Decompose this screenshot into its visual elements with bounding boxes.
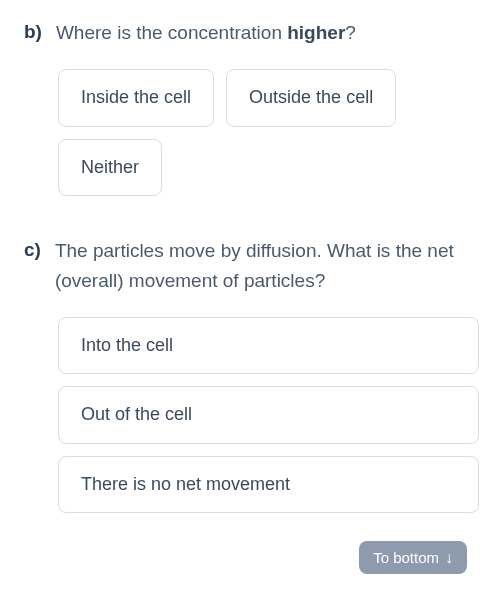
to-bottom-button[interactable]: To bottom ↓ bbox=[359, 541, 467, 574]
question-b-text-after: ? bbox=[345, 22, 356, 43]
to-bottom-label: To bottom bbox=[373, 549, 439, 566]
question-c-label: c) bbox=[24, 236, 41, 265]
option-no-net-movement[interactable]: There is no net movement bbox=[58, 456, 479, 513]
question-b-text-bold: higher bbox=[287, 22, 345, 43]
question-b-text: Where is the concentration higher? bbox=[56, 18, 479, 47]
question-b-options: Inside the cell Outside the cell Neither bbox=[58, 69, 479, 196]
option-out-of-cell[interactable]: Out of the cell bbox=[58, 386, 479, 443]
option-into-cell[interactable]: Into the cell bbox=[58, 317, 479, 374]
question-b-header: b) Where is the concentration higher? bbox=[24, 18, 479, 47]
question-c-options: Into the cell Out of the cell There is n… bbox=[58, 317, 479, 513]
option-inside-cell[interactable]: Inside the cell bbox=[58, 69, 214, 126]
option-neither[interactable]: Neither bbox=[58, 139, 162, 196]
arrow-down-icon: ↓ bbox=[445, 550, 453, 566]
question-c: c) The particles move by diffusion. What… bbox=[24, 236, 479, 513]
question-c-text: The particles move by diffusion. What is… bbox=[55, 236, 479, 295]
option-outside-cell[interactable]: Outside the cell bbox=[226, 69, 396, 126]
question-b-text-before: Where is the concentration bbox=[56, 22, 287, 43]
question-c-header: c) The particles move by diffusion. What… bbox=[24, 236, 479, 295]
question-b: b) Where is the concentration higher? In… bbox=[24, 18, 479, 196]
question-b-label: b) bbox=[24, 18, 42, 47]
